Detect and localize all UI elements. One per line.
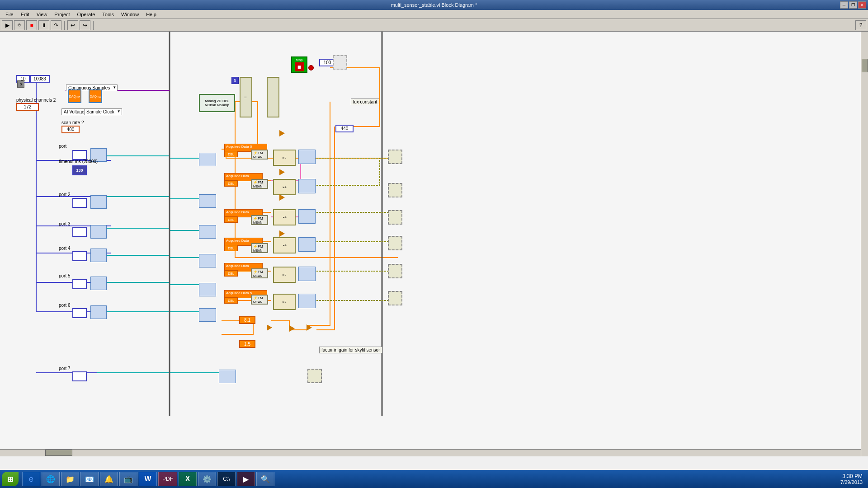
taskbar-excel[interactable]: X xyxy=(179,472,197,486)
menu-project[interactable]: Project xyxy=(51,11,73,18)
tcp-write-7[interactable] xyxy=(219,370,236,383)
port2-tcp-block[interactable] xyxy=(90,195,107,209)
output-block-6[interactable] xyxy=(388,291,402,305)
daqmx-create-block[interactable]: DAQmx xyxy=(68,89,81,103)
loop-counter: 5 xyxy=(231,77,239,84)
port3-tcp-block[interactable] xyxy=(90,225,107,239)
abort-button[interactable]: ■ xyxy=(26,20,37,30)
help-button[interactable]: ? xyxy=(855,20,866,30)
undo-button[interactable]: ↩ xyxy=(67,20,78,30)
menu-help[interactable]: Help xyxy=(142,11,160,18)
window-title: multi_sensor_stable.vi Block Diagram * xyxy=(391,2,477,8)
taskbar-app10[interactable]: ⚙️ xyxy=(198,472,216,486)
mean-block-5[interactable]: ⚡FMMEAN xyxy=(251,268,268,278)
math-block-6[interactable]: ×÷ xyxy=(273,294,296,310)
output-block-7[interactable] xyxy=(307,369,322,383)
daqmx-timing-block[interactable]: DAQmx xyxy=(89,89,102,103)
mean-block-3[interactable]: ⚡FMMEAN xyxy=(251,215,268,225)
redo-button[interactable]: ↪ xyxy=(80,20,90,30)
tcp-write-r1[interactable] xyxy=(298,150,316,164)
start-button[interactable]: ⊞ xyxy=(2,472,19,486)
tcp-write-5[interactable] xyxy=(199,283,216,296)
minimize-button[interactable]: ─ xyxy=(840,1,848,9)
menu-window[interactable]: Window xyxy=(118,11,142,18)
taskbar-cmd[interactable]: C:\ xyxy=(217,472,236,486)
taskbar-ie[interactable]: e xyxy=(22,472,40,486)
port5-tcp-block[interactable] xyxy=(90,277,107,290)
mean-block-2[interactable]: ⚡FMMEAN xyxy=(251,179,268,189)
port2-ctrl[interactable]: 127 xyxy=(72,198,87,208)
mean-block-1[interactable]: ⚡FMMEAN xyxy=(251,150,268,160)
tcp-write-2[interactable] xyxy=(199,194,216,208)
icon-block-top[interactable] xyxy=(333,55,347,70)
math-block-3[interactable]: ×÷ xyxy=(273,209,296,225)
run-cont-button[interactable]: ⟳ xyxy=(14,20,25,30)
horizontal-scrollbar[interactable] xyxy=(0,449,861,456)
menu-file[interactable]: File xyxy=(2,11,17,18)
port6-ctrl[interactable]: 123 xyxy=(72,308,87,318)
tcp-write-6[interactable] xyxy=(199,308,216,322)
taskbar-word[interactable]: W xyxy=(139,472,157,486)
pause-button[interactable]: ⏸ xyxy=(38,20,49,30)
close-button[interactable]: ✕ xyxy=(858,1,866,9)
taskbar-vlc[interactable]: 📺 xyxy=(119,472,137,486)
math-block-4[interactable]: ×÷ xyxy=(273,237,296,253)
output-block-1[interactable] xyxy=(388,150,402,164)
port3-ctrl[interactable]: 127 xyxy=(72,227,87,237)
port1-label: port xyxy=(59,144,66,149)
lux-constant-label: lux constant xyxy=(351,99,379,105)
taskbar-app13[interactable]: 🔍 xyxy=(256,472,274,486)
tcp-write-r3[interactable] xyxy=(298,209,316,224)
taskbar-folder[interactable]: 📁 xyxy=(61,472,79,486)
value-1-5[interactable]: 1.5 xyxy=(239,340,255,348)
taskbar-app5[interactable]: 🔔 xyxy=(100,472,118,486)
menu-view[interactable]: View xyxy=(33,11,51,18)
taskbar-mail[interactable]: 📧 xyxy=(80,472,99,486)
tcp-write-1[interactable] xyxy=(199,153,216,166)
value-440[interactable]: 440 xyxy=(335,125,354,132)
menu-tools[interactable]: Tools xyxy=(99,11,118,18)
port5-ctrl[interactable]: 127 xyxy=(72,279,87,289)
play-arrow-3 xyxy=(279,194,285,201)
stop-button[interactable]: stop ■ xyxy=(291,56,307,73)
port4-ctrl[interactable]: 127 xyxy=(72,251,87,261)
value-10083[interactable]: 10083 xyxy=(30,75,50,83)
output-block-5[interactable] xyxy=(388,264,402,278)
tcp-write-r2[interactable] xyxy=(298,179,316,193)
tcp-write-r5[interactable] xyxy=(298,267,316,281)
output-block-4[interactable] xyxy=(388,236,402,250)
output-block-3[interactable] xyxy=(388,210,402,225)
taskbar-chrome[interactable]: 🌐 xyxy=(42,472,60,486)
timeout-ctrl[interactable]: 130 xyxy=(72,165,87,175)
run-button[interactable]: ▶ xyxy=(2,20,13,30)
vertical-scrollbar[interactable] xyxy=(861,32,868,456)
cluster-block-2[interactable] xyxy=(267,77,279,117)
step-over-button[interactable]: ↷ xyxy=(51,20,61,30)
cluster-block-1[interactable]: ⠿ xyxy=(240,77,252,117)
restore-button[interactable]: ❐ xyxy=(849,1,857,9)
port6-tcp-block[interactable] xyxy=(90,305,107,319)
value-8-1[interactable]: 8.1 xyxy=(239,316,255,324)
tcp-write-4[interactable] xyxy=(199,254,216,267)
math-block-5[interactable]: ×÷ xyxy=(273,267,296,283)
port1-ctrl[interactable]: 127 xyxy=(72,150,87,160)
port4-tcp-block[interactable] xyxy=(90,249,107,262)
sample-clock-dropdown[interactable]: Sample Clock xyxy=(84,108,122,115)
tcp-write-3[interactable] xyxy=(199,225,216,239)
port7-ctrl[interactable]: 128 xyxy=(72,371,87,381)
mean-block-4[interactable]: ⚡FMMEAN xyxy=(251,243,268,253)
output-block-2[interactable] xyxy=(388,183,402,197)
tcp-write-r4[interactable] xyxy=(298,237,316,252)
tcp-write-r6[interactable] xyxy=(298,294,316,308)
menu-operate[interactable]: Operate xyxy=(74,11,99,18)
taskbar-play[interactable]: ▶ xyxy=(237,472,255,486)
scan-rate-label: scan rate 2 xyxy=(61,120,84,125)
taskbar-pdf[interactable]: PDF xyxy=(158,472,177,486)
physical-channels-ctrl[interactable]: 172 xyxy=(16,103,39,111)
math-block-2[interactable]: ×÷ xyxy=(273,179,296,195)
mean-block-6[interactable]: ⚡FMMEAN xyxy=(251,295,268,305)
analog-2d-dbl-block[interactable]: Analog 2D DBL NChan NSamp xyxy=(199,94,235,112)
math-block-1[interactable]: ×÷ xyxy=(273,150,296,166)
menu-edit[interactable]: Edit xyxy=(17,11,33,18)
scan-rate-ctrl[interactable]: 400 xyxy=(61,126,80,133)
